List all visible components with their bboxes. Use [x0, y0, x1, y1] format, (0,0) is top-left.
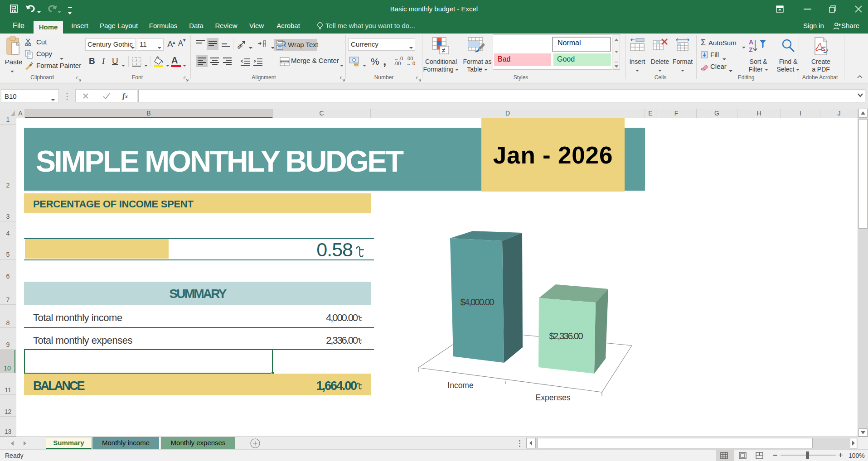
- svg-text:Z: Z: [749, 46, 753, 53]
- svg-text:Income: Income: [447, 381, 473, 390]
- svg-text:≠: ≠: [442, 47, 446, 54]
- svg-text:Expenses: Expenses: [536, 393, 571, 402]
- svg-text:$2,336.00: $2,336.00: [549, 331, 583, 341]
- svg-text:A: A: [749, 38, 753, 46]
- svg-text:$4,000.00: $4,000.00: [460, 297, 494, 307]
